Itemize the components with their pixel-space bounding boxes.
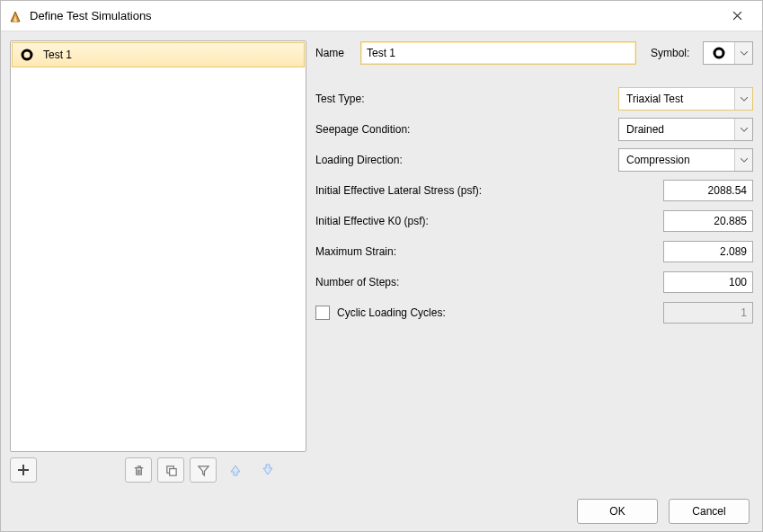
symbol-label: Symbol: (651, 47, 696, 59)
name-row: Name Symbol: (315, 40, 753, 66)
num-steps-label: Number of Steps: (315, 276, 663, 288)
max-strain-label: Maximum Strain: (315, 245, 663, 258)
test-list-item-label: Test 1 (43, 49, 72, 61)
add-button[interactable] (10, 457, 37, 483)
dropdown-arrow-icon (734, 149, 752, 171)
seepage-label: Seepage Condition: (315, 123, 618, 136)
max-strain-input[interactable] (663, 241, 753, 262)
symbol-value-icon (704, 42, 734, 64)
lateral-stress-label: Initial Effective Lateral Stress (psf): (315, 184, 663, 197)
test-type-label: Test Type: (315, 93, 618, 105)
dropdown-arrow-icon (734, 42, 752, 64)
list-toolbar (10, 457, 306, 483)
cancel-button[interactable]: Cancel (669, 499, 750, 524)
k0-input[interactable] (663, 210, 753, 232)
svg-point-5 (714, 49, 723, 58)
loading-direction-select[interactable]: Compression (618, 148, 753, 172)
cyclic-input (663, 302, 753, 324)
move-up-button[interactable] (222, 457, 249, 483)
titlebar: Define Test Simulations (1, 1, 762, 31)
app-icon (8, 9, 22, 23)
seepage-select[interactable]: Drained (618, 118, 753, 141)
loading-direction-value: Compression (619, 149, 734, 171)
window-title: Define Test Simulations (30, 9, 152, 22)
test-type-value: Triaxial Test (619, 88, 734, 110)
seepage-value: Drained (619, 119, 734, 140)
loading-direction-label: Loading Direction: (315, 154, 618, 166)
circle-symbol-icon (20, 48, 34, 62)
move-down-button[interactable] (254, 457, 281, 483)
symbol-select[interactable] (703, 41, 753, 65)
lateral-stress-input[interactable] (663, 180, 753, 201)
delete-button[interactable] (125, 457, 152, 483)
copy-button[interactable] (157, 457, 184, 483)
cyclic-checkbox[interactable] (315, 306, 330, 320)
cyclic-label: Cyclic Loading Cycles: (337, 306, 663, 319)
k0-label: Initial Effective K0 (psf): (315, 215, 663, 227)
close-button[interactable] (719, 1, 755, 31)
name-label: Name (315, 47, 360, 59)
dropdown-arrow-icon (734, 88, 752, 110)
dialog-footer: OK Cancel (1, 492, 762, 531)
filter-button[interactable] (190, 457, 217, 483)
num-steps-input[interactable] (663, 271, 753, 293)
ok-button[interactable]: OK (577, 499, 658, 524)
test-list-item[interactable]: Test 1 (12, 42, 305, 67)
test-list[interactable]: Test 1 (10, 40, 306, 452)
svg-rect-4 (169, 468, 176, 475)
dropdown-arrow-icon (734, 119, 752, 140)
test-type-select[interactable]: Triaxial Test (618, 87, 753, 111)
name-input[interactable] (360, 41, 636, 65)
svg-point-2 (22, 50, 31, 59)
